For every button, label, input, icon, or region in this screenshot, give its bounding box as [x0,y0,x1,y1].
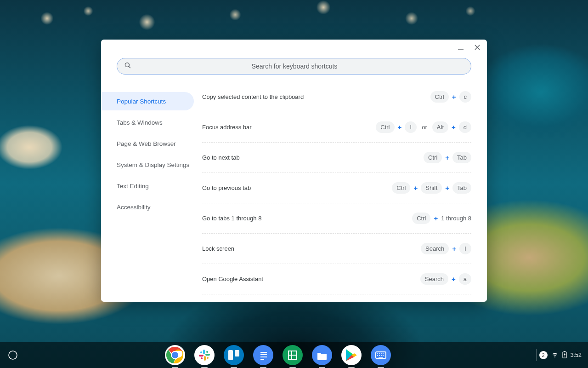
search-input[interactable] [132,58,471,74]
plus-icon: + [445,184,449,192]
plus-icon: + [445,154,449,161]
svg-point-38 [379,355,380,356]
svg-point-5 [9,351,17,359]
svg-rect-12 [204,356,206,361]
keyboard-icon[interactable] [371,345,391,365]
key-badge: Alt [432,121,448,133]
shelf-divider [536,349,537,361]
key-badge: Ctrl [430,91,449,103]
plus-icon: + [452,245,456,253]
sidebar-item-label: System & Display Settings [117,161,189,168]
sidebar-item-text-editing[interactable]: Text Editing [102,177,202,195]
svg-rect-23 [260,354,267,355]
svg-rect-13 [199,355,204,356]
slack-icon[interactable] [194,345,215,365]
svg-rect-10 [203,350,205,354]
key-badge: Ctrl [424,152,442,163]
shortcut-keys: Search+a [420,273,471,285]
shortcut-keys: Search+l [421,243,471,254]
docs-icon[interactable] [253,345,273,365]
shortcut-row: Go to next tabCtrl+Tab [202,142,471,172]
shortcuts-list: Copy selected content to the clipboardCt… [202,82,487,302]
key-text: 1 through 8 [441,215,471,222]
or-separator: or [420,124,429,131]
shelf-apps [23,345,533,365]
files-icon[interactable] [312,345,332,365]
key-badge: Search [421,243,449,254]
svg-point-14 [200,351,202,353]
key-badge: Tab [452,182,471,194]
svg-point-15 [206,351,208,353]
svg-marker-44 [564,353,565,357]
svg-rect-41 [379,357,383,358]
play-icon[interactable] [341,345,362,365]
shortcut-label: Lock screen [202,245,234,252]
svg-rect-25 [260,359,264,360]
search-icon [117,61,132,71]
trello-icon[interactable] [224,345,244,365]
sidebar-item-system-display-settings[interactable]: System & Display Settings [102,155,202,174]
key-badge: a [459,273,471,285]
shortcut-row: Open Google AssistantSearch+a [202,264,471,294]
system-tray[interactable]: 2 3:52 [539,351,588,360]
svg-rect-24 [260,356,267,357]
content: Popular ShortcutsTabs & WindowsPage & We… [101,82,487,302]
shortcut-row: Open new tabCtrl+t [202,294,471,302]
close-icon[interactable] [474,44,481,52]
sidebar-item-popular-shortcuts[interactable]: Popular Shortcuts [102,92,194,110]
clock: 3:52 [571,352,582,358]
key-badge: l [459,243,471,254]
key-badge: c [459,91,472,103]
svg-rect-11 [205,354,210,356]
svg-rect-22 [260,352,267,353]
sidebar-item-label: Text Editing [117,183,149,190]
shortcut-keys: Ctrl+1 through 8 [412,213,471,224]
search-wrap [101,58,487,82]
svg-point-16 [207,357,209,359]
sidebar-item-tabs-windows[interactable]: Tabs & Windows [102,113,202,132]
minimize-icon[interactable] [458,44,464,52]
shortcut-keys: Ctrl+lorAlt+d [376,121,471,133]
key-badge: Tab [452,152,471,163]
shortcut-label: Copy selected content to the clipboard [202,93,304,100]
shortcut-row: Focus address barCtrl+lorAlt+d [202,112,471,142]
shortcut-row: Go to previous tabCtrl+Shift+Tab [202,172,471,203]
key-badge: l [405,121,417,133]
plus-icon: + [452,275,456,283]
svg-line-4 [129,66,130,68]
sidebar-item-accessibility[interactable]: Accessibility [102,198,202,216]
svg-rect-20 [235,350,239,356]
key-badge: Ctrl [376,121,394,133]
shortcut-label: Open Google Assistant [202,276,263,282]
key-badge: Search [420,273,448,285]
shortcut-row: Go to tabs 1 through 8Ctrl+1 through 8 [202,203,471,233]
svg-point-37 [377,355,378,356]
sidebar-item-label: Tabs & Windows [117,119,163,126]
notifications-badge[interactable]: 2 [539,351,548,359]
shortcut-label: Focus address bar [202,124,252,131]
shelf: 2 3:52 [0,342,588,368]
chrome-icon[interactable] [165,345,185,365]
plus-icon: + [413,184,418,192]
svg-point-33 [377,353,378,354]
key-badge: d [459,121,471,133]
sidebar-item-page-web-browser[interactable]: Page & Web Browser [102,134,202,153]
svg-point-31 [371,345,391,365]
search-box[interactable] [117,58,471,75]
plus-icon: + [434,214,438,222]
svg-rect-19 [228,350,233,360]
svg-rect-43 [564,351,565,352]
titlebar [101,40,487,58]
launcher-button[interactable] [3,345,23,365]
shortcut-label: Go to previous tab [202,184,251,191]
svg-point-35 [381,353,382,354]
svg-point-18 [224,345,244,365]
key-badge: Shift [421,182,442,194]
svg-point-36 [383,353,384,354]
shortcut-keys: Ctrl+Shift+Tab [392,182,471,194]
sidebar-item-label: Accessibility [117,204,151,211]
shortcut-row: Lock screenSearch+l [202,233,471,264]
sheets-icon[interactable] [283,345,303,365]
battery-icon [562,351,567,360]
svg-point-39 [381,355,382,356]
